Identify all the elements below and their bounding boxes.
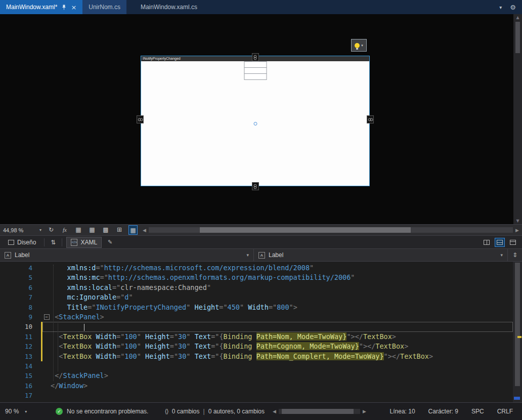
- artboard-body[interactable]: [141, 61, 369, 186]
- health-text: No se encontraron problemas.: [67, 408, 148, 415]
- collapse-region-icon[interactable]: −: [44, 314, 50, 320]
- indent-guide: [53, 265, 54, 381]
- editor-zoom-combo[interactable]: 90 % ▾: [5, 408, 45, 415]
- margin-anchor-top-icon[interactable]: [252, 53, 259, 61]
- code-text: <TextBox Width="100" Height="30" Text="{…: [51, 332, 513, 342]
- show-grid-icon[interactable]: ▦: [74, 225, 83, 235]
- fold-margin: [42, 352, 51, 361]
- fold-margin: [42, 381, 51, 391]
- code-line-13[interactable]: 13 <TextBox Width="100" Height="30" Text…: [0, 352, 522, 361]
- scroll-right-arrow-icon[interactable]: ▶: [515, 228, 519, 233]
- fold-margin[interactable]: −: [42, 312, 51, 322]
- code-text: xmlns:local="clr-namespace:Changed": [51, 283, 513, 292]
- xaml-code-editor[interactable]: 4 xmlns:d="http://schemas.microsoft.com/…: [0, 262, 522, 402]
- designer-vertical-scrollbar[interactable]: ▲ ▼: [513, 14, 522, 224]
- pane-tab-design[interactable]: Diseño: [4, 237, 40, 247]
- design-artboard-window[interactable]: INotifyPropertyChanged: [141, 56, 370, 186]
- editor-vertical-scrollbar[interactable]: [513, 262, 522, 402]
- split-horizontal-button[interactable]: [495, 238, 505, 247]
- editor-horizontal-scrollbar[interactable]: ◀ ▶: [273, 409, 366, 414]
- tab-label: MainWindow.xaml*: [6, 4, 57, 11]
- snap-to-grid-icon[interactable]: ▦: [88, 225, 97, 235]
- document-health-indicator[interactable]: ✓ No se encontraron problemas.: [56, 408, 148, 415]
- element-combo-left[interactable]: A Label ▾: [0, 249, 254, 261]
- show-guides-icon[interactable]: ⊞: [115, 225, 124, 235]
- textbox-preview[interactable]: [244, 73, 267, 80]
- code-line-4[interactable]: 4 xmlns:d="http://schemas.microsoft.com/…: [0, 263, 522, 273]
- close-icon[interactable]: ×: [71, 4, 76, 11]
- design-view-icon: [8, 240, 14, 245]
- designer-hscroll-thumb[interactable]: [200, 227, 411, 233]
- code-line-7[interactable]: 7 mc:Ignorable="d": [0, 292, 522, 302]
- swap-panes-button[interactable]: ⇅: [49, 239, 58, 246]
- changes-indicator[interactable]: ⟨⟩ 0 cambios | 0 autores, 0 cambios: [164, 408, 265, 415]
- tab-label: UnirNom.cs: [89, 4, 120, 11]
- split-vertical-button[interactable]: [482, 238, 492, 247]
- effects-icon[interactable]: fx: [60, 225, 69, 235]
- margin-anchor-bottom-icon[interactable]: [252, 182, 259, 190]
- scroll-up-arrow-icon[interactable]: ▲: [516, 14, 519, 21]
- edit-xaml-button[interactable]: ✎: [106, 239, 114, 245]
- quick-actions-lightbulb-button[interactable]: ▾: [351, 39, 367, 52]
- label-element-icon: A: [5, 252, 11, 259]
- margin-anchor-right-icon[interactable]: [367, 115, 374, 123]
- element-navigation-bar: A Label ▾ A Label ▾ ⇕: [0, 249, 522, 262]
- code-line-16[interactable]: 16</Window>: [0, 381, 522, 391]
- line-number: 17: [0, 391, 32, 400]
- column-indicator[interactable]: Carácter: 9: [428, 408, 458, 415]
- refresh-icon[interactable]: ↻: [47, 225, 56, 235]
- designer-hscroll-track[interactable]: [149, 227, 513, 233]
- margin-anchor-left-icon[interactable]: [137, 115, 144, 123]
- code-line-5[interactable]: 5 xmlns:mc="http://schemas.openxmlformat…: [0, 273, 522, 282]
- code-line-8[interactable]: 8 Title="INotifyPropertyChanged" Height=…: [0, 303, 522, 312]
- document-tab-bar: MainWindow.xaml*×UnirNom.csMainWindow.xa…: [0, 0, 522, 14]
- scroll-down-arrow-icon[interactable]: ▼: [516, 218, 519, 224]
- eol-indicator[interactable]: CRLF: [497, 408, 513, 415]
- code-line-15[interactable]: 15 </StackPanel>: [0, 371, 522, 381]
- pane-tab-xaml[interactable]: </> XAML: [66, 237, 102, 248]
- separator: [44, 238, 45, 246]
- pane-splitter-button[interactable]: ⇕: [508, 249, 522, 261]
- editor-hscroll-track[interactable]: [279, 409, 360, 414]
- element-combo-right[interactable]: A Label ▾: [254, 249, 508, 261]
- code-line-14[interactable]: 14: [0, 361, 522, 371]
- snaplines-icon[interactable]: ▩: [101, 225, 110, 235]
- xaml-designer-surface[interactable]: ▾ INotifyPropertyChanged ▲ ▼: [0, 14, 522, 224]
- code-line-17[interactable]: 17: [0, 391, 522, 400]
- collapse-pane-button[interactable]: [508, 238, 518, 247]
- designer-horizontal-scrollbar[interactable]: ◀ ▶: [143, 227, 519, 233]
- code-text: </StackPanel>: [51, 371, 513, 381]
- fold-margin: [42, 303, 51, 312]
- changed-lines-mark: [517, 336, 521, 338]
- whitespace-indicator[interactable]: SPC: [471, 408, 484, 415]
- code-line-11[interactable]: 11 <TextBox Width="100" Height="30" Text…: [0, 332, 522, 342]
- pin-icon[interactable]: [62, 5, 66, 10]
- scroll-right-arrow-icon[interactable]: ▶: [363, 409, 366, 414]
- designer-zoom-combobox[interactable]: 44,98 % ▾: [3, 227, 41, 233]
- editor-vscroll-thumb[interactable]: [515, 263, 520, 386]
- chevron-down-icon: ▾: [39, 228, 41, 232]
- snap-toggle-icon[interactable]: ▦: [128, 225, 138, 235]
- document-tab-unirnom-cs[interactable]: UnirNom.cs: [82, 0, 126, 14]
- scroll-left-arrow-icon[interactable]: ◀: [143, 228, 146, 233]
- editor-hscroll-thumb[interactable]: [282, 409, 354, 414]
- line-number: 6: [0, 283, 32, 292]
- code-line-12[interactable]: 12 <TextBox Width="100" Height="30" Text…: [0, 342, 522, 351]
- chevron-down-icon[interactable]: ▾: [246, 253, 249, 258]
- designer-toolbar: 44,98 % ▾ ↻fx▦▦▩⊞▦ ◀ ▶: [0, 224, 522, 236]
- chevron-down-icon[interactable]: ▾: [500, 253, 503, 258]
- designer-vscroll-thumb[interactable]: [515, 22, 520, 53]
- fold-margin: [42, 292, 51, 302]
- tab-overflow-chevron-icon[interactable]: ▾: [499, 5, 502, 10]
- designer-toolbar-icons: ↻fx▦▦▩⊞▦: [47, 225, 138, 235]
- scroll-left-arrow-icon[interactable]: ◀: [273, 409, 276, 414]
- code-line-6[interactable]: 6 xmlns:local="clr-namespace:Changed": [0, 283, 522, 292]
- code-text: <StackPanel>: [51, 312, 513, 322]
- selection-center-handle[interactable]: [253, 122, 257, 125]
- gear-icon[interactable]: ⚙: [510, 4, 516, 11]
- document-tab-mainwindow-xaml[interactable]: MainWindow.xaml*×: [0, 0, 82, 14]
- code-line-10[interactable]: 10: [0, 322, 522, 331]
- code-line-9[interactable]: 9− <StackPanel>: [0, 312, 522, 322]
- line-indicator[interactable]: Línea: 10: [390, 408, 415, 415]
- document-tab-mainwindow-xaml-cs[interactable]: MainWindow.xaml.cs: [126, 0, 211, 14]
